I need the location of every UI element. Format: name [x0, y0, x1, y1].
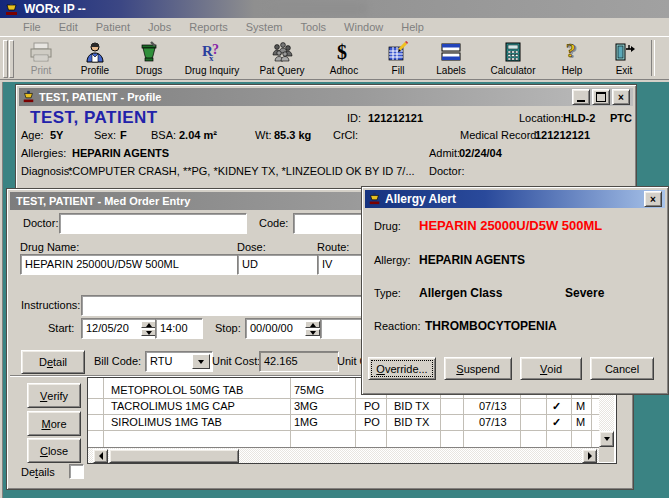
- window-title: WORx IP --: [24, 2, 86, 16]
- allergies-value: HEPARIN AGENTS: [72, 147, 169, 159]
- close-button[interactable]: ×: [612, 89, 630, 105]
- menu-patient[interactable]: Patient: [87, 19, 139, 35]
- scroll-down-button[interactable]: [599, 431, 614, 447]
- profile-titlebar[interactable]: TEST, PATIENT - Profile ×: [19, 88, 633, 106]
- more-button[interactable]: More: [27, 411, 81, 436]
- table-hscrollbar[interactable]: [88, 447, 599, 463]
- freq-cell: BID TX: [394, 400, 429, 412]
- start-date-spinner[interactable]: [141, 321, 156, 336]
- dose-label: Dose:: [237, 241, 266, 253]
- worx-app-window: { "colors": { "desktop_teal": "#3A8383",…: [0, 0, 669, 498]
- maximize-button[interactable]: [592, 89, 610, 105]
- menu-system[interactable]: System: [237, 19, 292, 35]
- stop-date-field[interactable]: 00/00/00: [245, 318, 323, 339]
- menu-reports[interactable]: Reports: [180, 19, 237, 35]
- alert-close-button[interactable]: ×: [644, 191, 662, 207]
- exit-button[interactable]: Exit: [597, 39, 651, 79]
- alert-reaction-label: Reaction:: [374, 320, 420, 332]
- age-value: 5Y: [50, 129, 63, 141]
- minimize-button[interactable]: [572, 89, 590, 105]
- instructions-field[interactable]: [81, 295, 379, 316]
- menu-edit[interactable]: Edit: [50, 19, 87, 35]
- drug-cell: TACROLIMUS 1MG CAP: [111, 400, 235, 412]
- question-icon: ??: [559, 40, 585, 64]
- medical-record-label: Medical Record:: [460, 129, 539, 141]
- alert-allergy-value: HEPARIN AGENTS: [419, 253, 525, 267]
- bill-code-dropdown[interactable]: RTU: [145, 351, 213, 372]
- drug-inquiry-button[interactable]: Rx? Drug Inquiry: [175, 39, 249, 79]
- pat-query-label: Pat Query: [259, 65, 304, 76]
- start-time-field[interactable]: 14:00: [155, 318, 203, 339]
- dose-cell: 75MG: [294, 384, 324, 396]
- drugs-label: Drugs: [136, 65, 163, 76]
- diagnosis-value: *COMPUTER CRASH, **PG, *KIDNEY TX, *LINZ…: [68, 165, 415, 177]
- menu-bar: File Edit Patient Jobs Reports System To…: [0, 18, 669, 36]
- bsa-label: BSA:: [151, 129, 176, 141]
- scroll-right-button[interactable]: [582, 449, 597, 463]
- stop-date-spinner[interactable]: [305, 321, 320, 336]
- doctor-field[interactable]: [59, 213, 247, 234]
- med-order-title: TEST, PATIENT - Med Order Entry: [16, 195, 190, 207]
- menu-tools[interactable]: Tools: [291, 19, 335, 35]
- override-button[interactable]: Override...: [368, 357, 436, 380]
- alert-drug-label: Drug:: [374, 220, 401, 232]
- help-button[interactable]: ?? Help: [547, 39, 597, 79]
- pat-query-button[interactable]: Pat Query: [249, 39, 315, 79]
- id-value: 121212121: [368, 112, 423, 124]
- suspend-button[interactable]: Suspend: [444, 357, 512, 380]
- menu-jobs[interactable]: Jobs: [139, 19, 180, 35]
- toolbar: Print Profile Drugs Rx? Drug Inquiry Pat…: [0, 36, 669, 80]
- location-label: Location:: [519, 112, 564, 124]
- drug-name-field[interactable]: HEPARIN 25000U/D5W 500ML: [20, 254, 242, 275]
- menu-help[interactable]: Help: [392, 19, 433, 35]
- labels-button[interactable]: Labels: [423, 39, 479, 79]
- scrollbar-corner: [599, 447, 614, 462]
- fill-button[interactable]: Fill: [373, 39, 423, 79]
- profile-label: Profile: [81, 65, 109, 76]
- dose-field[interactable]: UD: [237, 254, 320, 275]
- date-cell: 07/13: [479, 416, 507, 428]
- calculator-button[interactable]: Calculator: [479, 39, 547, 79]
- order-row[interactable]: SIROLIMUS 1MG TAB 1MG PO BID TX 07/13 ✓ …: [88, 414, 601, 431]
- hscroll-thumb[interactable]: [109, 449, 239, 463]
- menu-file[interactable]: File: [14, 19, 50, 35]
- main-titlebar[interactable]: WORx IP --: [0, 0, 669, 18]
- order-row[interactable]: TACROLIMUS 1MG CAP 3MG PO BID TX 07/13 ✓…: [88, 398, 601, 415]
- svg-text:?: ?: [212, 42, 219, 57]
- print-button[interactable]: Print: [15, 39, 67, 79]
- verify-button[interactable]: Verify: [27, 383, 81, 408]
- close-order-button[interactable]: Close: [27, 438, 81, 463]
- dropdown-arrow-icon[interactable]: [192, 354, 210, 369]
- crcl-label: CrCl:: [333, 129, 358, 141]
- menu-window[interactable]: Window: [335, 19, 392, 35]
- person-icon: [82, 40, 108, 64]
- alert-titlebar[interactable]: Allergy Alert ×: [365, 190, 665, 208]
- dose-cell: 3MG: [294, 400, 318, 412]
- diagnosis-label: Diagnosis:: [21, 165, 72, 177]
- void-button[interactable]: Void: [520, 357, 582, 380]
- printer-icon: [28, 40, 54, 64]
- drugs-button[interactable]: Drugs: [123, 39, 175, 79]
- toolbar-grip[interactable]: [3, 40, 8, 78]
- scroll-left-button[interactable]: [93, 449, 108, 463]
- wt-label: Wt:: [255, 129, 272, 141]
- sex-label: Sex:: [94, 129, 116, 141]
- cancel-button[interactable]: Cancel: [590, 357, 654, 380]
- adhoc-button[interactable]: $ Adhoc: [315, 39, 373, 79]
- drug-cell: METOPROLOL 50MG TAB: [111, 384, 243, 396]
- medical-record-value: 121212121: [535, 129, 590, 141]
- profile-window-icon: [22, 90, 35, 105]
- stop-date-value: 00/00/00: [250, 322, 293, 334]
- start-date-field[interactable]: 12/05/20: [81, 318, 159, 339]
- worx-app-icon: [4, 1, 19, 19]
- drug-inquiry-label: Drug Inquiry: [185, 65, 239, 76]
- alert-dialog-icon: [368, 192, 381, 207]
- flag-cell: M: [576, 400, 585, 412]
- detail-button[interactable]: Detail: [21, 350, 85, 374]
- alert-type-value: Allergen Class: [419, 286, 502, 300]
- unit-cost-field: 42.165: [259, 351, 339, 372]
- rx-question-icon: Rx?: [199, 40, 225, 64]
- details-checkbox[interactable]: [69, 464, 84, 479]
- fill-label: Fill: [392, 65, 405, 76]
- profile-button[interactable]: Profile: [67, 39, 123, 79]
